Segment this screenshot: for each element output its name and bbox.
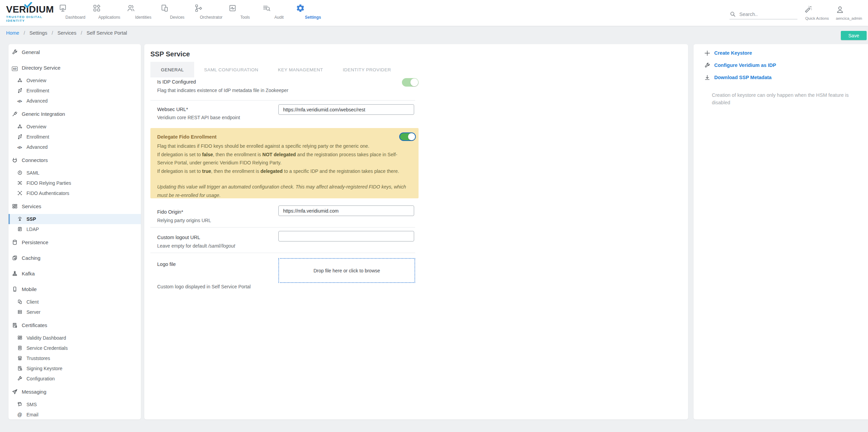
tab-identity-provider[interactable]: IDENTITY PROVIDER [333, 62, 401, 77]
nav-item-orchestrator[interactable]: Orchestrator [194, 0, 228, 26]
code-icon: </> [17, 144, 23, 150]
sidebar-item-mobile[interactable]: Mobile [8, 284, 141, 294]
nav-item-settings[interactable]: Settings [296, 0, 330, 26]
fido-origin-label: Fido Origin* [157, 209, 183, 215]
global-search [730, 9, 797, 19]
tools-pulse-icon [228, 4, 262, 13]
sidebar-item-label: LDAP [26, 227, 39, 232]
is-idp-configured-description: Flag that indicates existence of IdP met… [157, 88, 289, 93]
sidebar-item-fido-authenticators[interactable]: FIDO Authenticators [8, 188, 141, 198]
breadcrumb: Home / Settings / Services / Self Servic… [6, 30, 127, 36]
audit-list-icon [262, 4, 296, 13]
breadcrumb-current-page: Self Service Portal [87, 30, 127, 36]
save-button[interactable]: Save [841, 31, 867, 40]
sidebar-item-label: Validity Dashboard [26, 335, 66, 341]
sidebar-item-directory-overview[interactable]: Overview [8, 75, 141, 86]
search-icon [730, 11, 736, 17]
custom-logout-url-label: Custom logout URL [157, 235, 200, 240]
sidebar-item-generic-advanced[interactable]: </> Advanced [8, 142, 141, 152]
sidebar-item-generic-integration[interactable]: Generic Integration [8, 109, 141, 119]
code-icon: </> [17, 98, 23, 104]
nav-item-audit[interactable]: Audit [262, 0, 296, 26]
sidebar-item-ssp[interactable]: SSP [8, 214, 141, 224]
database-icon [12, 239, 18, 245]
sidebar-item-fido-relying-parties[interactable]: FIDO Relying Parties [8, 178, 141, 188]
server-icon [17, 309, 23, 315]
sidebar-item-mobile-client[interactable]: Client [8, 297, 141, 307]
search-input[interactable] [739, 12, 794, 17]
sidebar-item-saml[interactable]: SAML [8, 168, 141, 178]
user-menu[interactable]: aencica_admin [835, 5, 863, 20]
sidebar-item-service-credentials[interactable]: Service Credentials [8, 343, 141, 353]
face-scan-icon [17, 191, 23, 196]
sidebar-item-ldap[interactable]: LDAP [8, 224, 141, 234]
sidebar-item-kafka[interactable]: Kafka [8, 268, 141, 278]
sidebar-item-label: Server [26, 309, 40, 315]
delegate-fido-enrollment-toggle[interactable] [399, 132, 416, 141]
nav-item-dashboard[interactable]: Dashboard [58, 0, 92, 26]
sidebar-item-label: Advanced [26, 144, 48, 150]
logo-tagline: TRUSTED DIGITAL IDENTITY [6, 15, 60, 22]
sidebar-item-email[interactable]: @ Email [8, 410, 141, 419]
sidebar-item-validity-dashboard[interactable]: Validity Dashboard [8, 333, 141, 343]
logo-file-dropzone[interactable]: Drop file here or click to browse [278, 258, 415, 283]
nav-label: Orchestrator [194, 15, 228, 20]
tab-saml-configuration[interactable]: SAML CONFIGURATION [194, 62, 268, 77]
sidebar-item-certificates[interactable]: Certificates [8, 320, 141, 330]
sidebar-item-truststores[interactable]: Truststores [8, 353, 141, 363]
veridium-logo[interactable]: VERIDIUM TRUSTED DIGITAL IDENTITY [6, 4, 60, 22]
sidebar-item-sms[interactable]: SMS [8, 399, 141, 410]
sidebar-item-generic-enrollment[interactable]: Enrollment [8, 132, 141, 142]
sidebar-item-general[interactable]: General [8, 47, 141, 57]
nav-item-applications[interactable]: Applications [92, 0, 126, 26]
delegate-fido-enrollment-section: Delegate Fido Enrollment Flag that indic… [150, 128, 419, 198]
sidebar-item-signing-keystore[interactable]: Signing Keystore [8, 363, 141, 374]
nav-item-tools[interactable]: Tools [228, 0, 262, 26]
sidebar-item-directory-advanced[interactable]: </> Advanced [8, 96, 141, 106]
custom-logout-url-input[interactable] [278, 231, 414, 241]
sidebar-item-caching[interactable]: Caching [8, 253, 141, 263]
sidebar-item-directory-enrollment[interactable]: Enrollment [8, 86, 141, 96]
sidebar-item-messaging[interactable]: Messaging [8, 386, 141, 397]
tab-bar: GENERAL SAML CONFIGURATION KEY MANAGEMEN… [150, 62, 401, 77]
sidebar-item-label: Client [26, 299, 39, 305]
certificate-icon [12, 322, 18, 328]
sidebar-item-label: Service Credentials [26, 345, 68, 351]
sidebar-item-persistence[interactable]: Persistence [8, 237, 141, 247]
section-divider [150, 100, 415, 101]
breadcrumb-home-link[interactable]: Home [6, 30, 19, 36]
delegate-fido-enrollment-label: Delegate Fido Enrollment [157, 134, 405, 140]
nav-label: Audit [262, 15, 296, 20]
download-ssp-metadata-link[interactable]: Download SSP Metadata [694, 73, 868, 82]
nav-label: Tools [228, 15, 262, 20]
sidebar-item-connectors[interactable]: Connectors [8, 155, 141, 165]
configure-veridium-as-idp-link[interactable]: Configure Veridium as IDP [694, 61, 868, 69]
sidebar-item-label: Overview [26, 78, 46, 83]
sidebar-item-services[interactable]: Services [8, 201, 141, 211]
sidebar-item-label: Signing Keystore [26, 366, 62, 371]
ssp-service-panel: SSP Service GENERAL SAML CONFIGURATION K… [144, 44, 688, 419]
tab-key-management[interactable]: KEY MANAGEMENT [268, 62, 333, 77]
sidebar-item-label: Services [22, 203, 41, 209]
breadcrumb-services[interactable]: Services [57, 30, 76, 36]
people-icon [126, 4, 160, 13]
quick-actions-button[interactable]: Quick Actions [804, 5, 831, 20]
sidebar-item-directory-service[interactable]: AD Directory Service [8, 62, 141, 73]
create-keystore-link[interactable]: Create Keystore [694, 49, 868, 57]
breadcrumb-separator: / [81, 30, 82, 36]
gear-icon [296, 4, 330, 13]
tab-general[interactable]: GENERAL [150, 62, 194, 77]
websec-url-input[interactable] [278, 104, 414, 115]
sidebar-item-generic-overview[interactable]: Overview [8, 122, 141, 132]
nav-item-identities[interactable]: Identities [126, 0, 160, 26]
breadcrumb-settings[interactable]: Settings [30, 30, 47, 36]
nav-item-devices[interactable]: Devices [160, 0, 194, 26]
nav-label: Devices [160, 15, 194, 20]
grid-icon [17, 335, 23, 341]
sidebar-item-mobile-server[interactable]: Server [8, 307, 141, 317]
websec-url-label: Websec URL* [157, 107, 188, 112]
is-idp-configured-toggle[interactable] [402, 78, 419, 87]
fido-origin-input[interactable] [278, 205, 414, 216]
devices-icon [160, 4, 194, 13]
sidebar-item-configuration[interactable]: Configuration [8, 374, 141, 384]
